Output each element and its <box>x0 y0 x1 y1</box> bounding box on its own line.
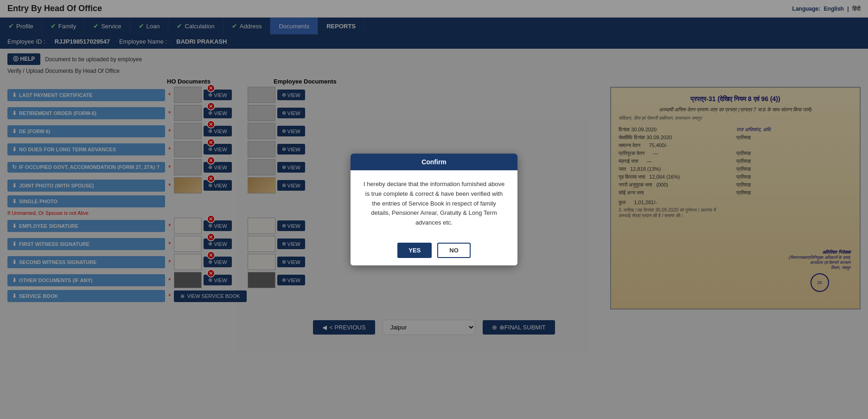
modal-header: Confirm <box>351 154 517 170</box>
confirm-modal: Confirm I hereby declare that the inform… <box>351 154 517 265</box>
modal-body: I hereby declare that the information fu… <box>351 170 517 237</box>
modal-footer: YES NO <box>351 237 517 265</box>
confirm-modal-overlay: Confirm I hereby declare that the inform… <box>0 0 868 341</box>
modal-no-button[interactable]: NO <box>437 243 471 258</box>
modal-yes-button[interactable]: YES <box>397 243 432 258</box>
